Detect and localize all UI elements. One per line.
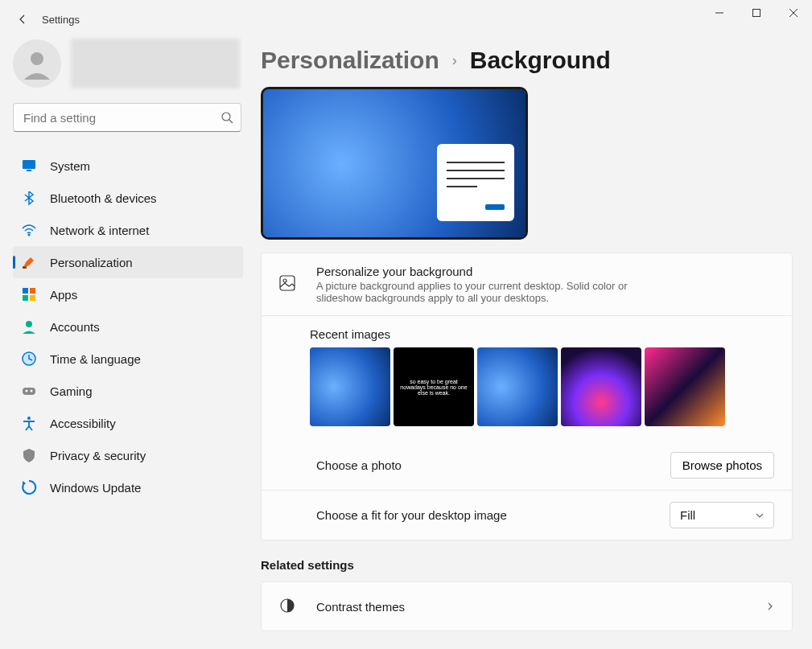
chevron-right-icon: › [452,52,457,69]
avatar [13,39,61,88]
background-settings-card: Personalize your background A picture ba… [261,253,793,540]
sidebar-item-apps[interactable]: Apps [13,278,243,310]
sidebar-item-label: Accounts [50,320,100,334]
wifi-icon [21,222,37,238]
svg-rect-1 [753,10,760,17]
recent-thumb-1[interactable]: so easy to be great nowadays because no … [394,347,474,426]
window-title: Settings [42,14,80,26]
breadcrumb-parent[interactable]: Personalization [261,47,439,74]
recent-thumb-3[interactable] [561,347,641,426]
fit-value: Fill [680,508,695,522]
update-icon [21,479,37,495]
bluetooth-icon [21,190,37,206]
apps-icon [21,286,37,302]
content-area: Personalization › Background Personalize… [249,39,812,649]
sidebar-item-bluetooth-devices[interactable]: Bluetooth & devices [13,182,243,214]
recent-images-section: Recent images so easy to be great nowada… [262,316,792,441]
breadcrumb: Personalization › Background [261,47,793,74]
breadcrumb-current: Background [470,47,611,74]
person-icon [21,47,53,80]
sidebar-item-personalization[interactable]: Personalization [13,246,243,278]
svg-rect-6 [27,170,31,171]
sidebar-item-system[interactable]: System [13,150,243,182]
clock-icon [21,351,37,367]
back-button[interactable] [8,5,37,34]
sidebar-item-label: Privacy & security [50,449,146,462]
sidebar-item-privacy-security[interactable]: Privacy & security [13,439,243,471]
minimize-button[interactable] [701,0,738,26]
sidebar-item-label: Windows Update [50,481,141,495]
browse-photos-button[interactable]: Browse photos [670,452,774,479]
sidebar-item-label: Time & language [50,352,141,366]
sidebar-item-time-language[interactable]: Time & language [13,343,243,375]
accessibility-icon [21,415,37,431]
profile-section[interactable] [13,39,243,88]
choose-photo-label: Choose a photo [316,458,670,472]
svg-point-7 [28,234,31,236]
svg-point-17 [31,390,33,392]
svg-point-16 [26,390,28,392]
svg-point-18 [27,417,31,420]
window-controls [701,0,812,26]
brush-icon [21,254,37,270]
sidebar-item-label: Apps [50,288,77,302]
chevron-right-icon [766,602,774,610]
fit-select[interactable]: Fill [670,502,774,528]
sidebar-item-windows-update[interactable]: Windows Update [13,471,243,503]
sidebar-item-label: Network & internet [50,224,149,237]
sidebar-item-label: Personalization [50,256,133,269]
svg-rect-11 [23,295,28,301]
related-settings-card: Contrast themes [261,581,793,631]
monitor-icon [21,158,37,174]
svg-rect-15 [23,388,35,395]
contrast-icon [279,598,299,616]
sidebar-item-label: System [50,159,90,173]
profile-name-redacted [71,39,240,88]
svg-rect-12 [30,295,35,301]
svg-point-2 [31,52,43,65]
search-box[interactable] [13,103,241,132]
svg-point-21 [283,279,286,282]
sidebar-item-gaming[interactable]: Gaming [13,375,243,407]
contrast-themes-label: Contrast themes [316,600,766,614]
sidebar-item-accounts[interactable]: Accounts [13,310,243,343]
title-bar: Settings [0,0,812,39]
sidebar-item-network-internet[interactable]: Network & internet [13,214,243,246]
svg-point-13 [26,321,32,327]
shield-icon [21,447,37,463]
svg-rect-20 [280,276,295,290]
contrast-themes-row[interactable]: Contrast themes [262,582,792,631]
recent-thumb-0[interactable] [310,347,390,426]
recent-thumb-4[interactable] [645,347,725,426]
chevron-down-icon [756,511,764,520]
maximize-button[interactable] [738,0,775,26]
sidebar-item-label: Gaming [50,384,93,398]
recent-images-title: Recent images [310,327,774,341]
sidebar-item-label: Bluetooth & devices [50,191,157,205]
svg-rect-5 [23,160,35,169]
personalize-desc: A picture background applies to your cur… [316,280,638,304]
sidebar-item-accessibility[interactable]: Accessibility [13,407,243,439]
sidebar: SystemBluetooth & devicesNetwork & inter… [0,39,249,649]
sidebar-item-label: Accessibility [50,417,116,430]
choose-fit-label: Choose a fit for your desktop image [316,508,670,522]
choose-photo-row: Choose a photo Browse photos [262,441,792,491]
svg-rect-8 [23,266,27,269]
back-arrow-icon [16,13,29,26]
choose-fit-row: Choose a fit for your desktop image Fill [262,491,792,540]
gamepad-icon [21,383,37,399]
background-preview [261,87,528,240]
recent-thumb-2[interactable] [477,347,558,426]
search-input[interactable] [13,103,241,132]
personalize-background-row[interactable]: Personalize your background A picture ba… [262,253,792,316]
svg-marker-19 [23,481,26,486]
svg-rect-9 [23,288,28,294]
personalize-title: Personalize your background [316,265,774,278]
account-icon [21,318,37,335]
close-button[interactable] [775,0,812,26]
svg-rect-10 [30,288,35,294]
picture-icon [279,275,299,294]
related-settings-title: Related settings [261,558,793,572]
